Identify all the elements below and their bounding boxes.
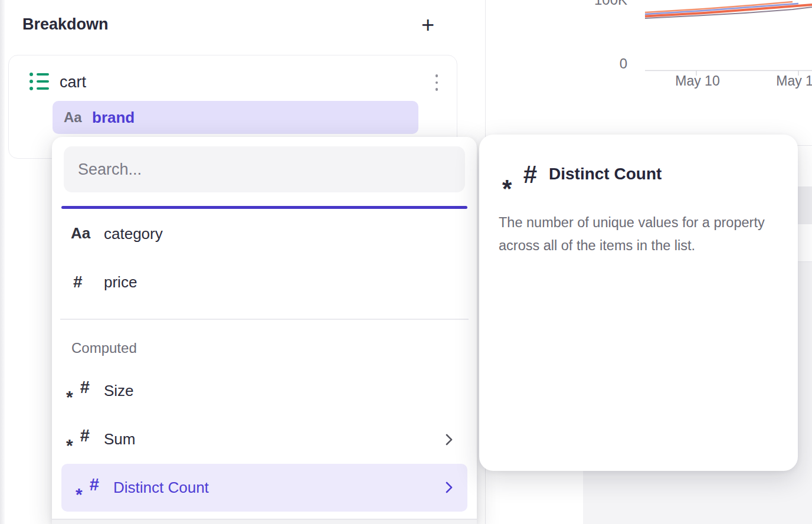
dropdown-bottom-section <box>52 520 477 524</box>
app-canvas: 100K 0 May 10 May 17 Breakdown + cart Aa… <box>0 0 812 524</box>
computed-number-icon: #* <box>68 428 90 451</box>
y-axis-label-0: 0 <box>568 55 627 72</box>
property-option-price[interactable]: # price <box>52 262 477 303</box>
submenu-chevron-icon <box>445 433 453 448</box>
computed-option-size[interactable]: #* Size <box>52 371 477 412</box>
property-option-label: category <box>104 225 163 243</box>
selected-property-chip[interactable]: Aa brand <box>53 101 418 134</box>
computed-number-icon: #* <box>78 477 99 500</box>
search-input[interactable] <box>64 146 465 192</box>
computed-number-icon: #* <box>68 379 90 403</box>
y-axis-label-100k: 100K <box>568 0 627 8</box>
computed-option-sum[interactable]: #* Sum <box>52 419 477 460</box>
submenu-chevron-icon <box>445 481 453 496</box>
text-type-icon: Aa <box>64 109 82 126</box>
add-breakdown-button[interactable]: + <box>414 11 442 39</box>
computed-option-label: Size <box>104 382 134 400</box>
dropdown-section-divider <box>60 319 469 320</box>
property-dropdown: Aa category # price Computed #* Size #* … <box>52 137 477 524</box>
x-axis-label-may17: May 17 <box>757 73 812 89</box>
distinct-count-tooltip: #* Distinct Count The number of unique v… <box>479 135 798 471</box>
property-option-label: price <box>104 273 137 292</box>
x-axis-label-may10: May 10 <box>656 73 739 89</box>
computed-section-label: Computed <box>71 340 137 356</box>
computed-option-label: Distinct Count <box>113 479 209 497</box>
tooltip-description: The number of unique values for a proper… <box>499 211 794 257</box>
selected-property-label: brand <box>92 109 135 127</box>
list-icon <box>30 73 49 90</box>
group-options-kebab-button[interactable] <box>425 70 448 96</box>
computed-option-distinct-count[interactable]: #* Distinct Count <box>61 464 467 512</box>
group-name: cart <box>60 73 86 91</box>
computed-option-label: Sum <box>104 430 135 448</box>
number-type-icon: # <box>73 273 83 292</box>
breakdown-section-title: Breakdown <box>22 15 109 34</box>
tooltip-title: Distinct Count <box>549 165 662 184</box>
left-edge-shadow <box>0 0 5 524</box>
search-box <box>64 146 465 192</box>
chart-series-lines <box>645 2 812 18</box>
line-chart <box>486 0 812 83</box>
active-section-indicator <box>61 206 467 209</box>
text-type-icon: Aa <box>71 224 90 243</box>
property-option-category[interactable]: Aa category <box>52 214 477 255</box>
computed-number-icon: #* <box>506 163 537 196</box>
